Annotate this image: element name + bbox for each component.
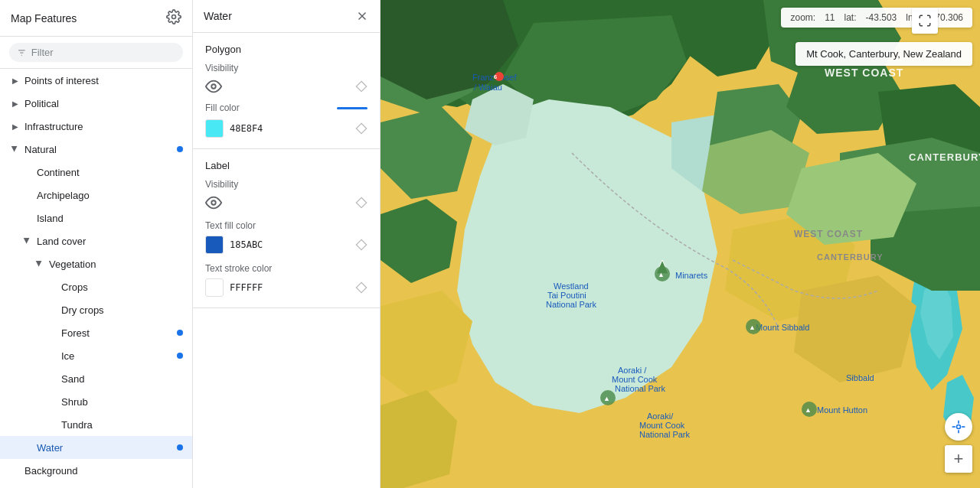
svg-text:Tai Poutini: Tai Poutini bbox=[547, 291, 586, 300]
svg-marker-12 bbox=[356, 282, 366, 292]
svg-text:CANTERBURY: CANTERBURY bbox=[817, 252, 884, 262]
svg-text:Westland: Westland bbox=[554, 281, 589, 291]
label-visibility-diamond[interactable] bbox=[355, 197, 368, 209]
fill-color-diamond[interactable] bbox=[355, 122, 368, 135]
sidebar-item-continent[interactable]: Continent bbox=[0, 161, 192, 184]
svg-marker-7 bbox=[356, 81, 366, 91]
sidebar-item-label: Infrastructure bbox=[24, 121, 183, 132]
fill-color-bar bbox=[337, 107, 368, 109]
sidebar-item-label: Political bbox=[24, 98, 183, 109]
no-arrow bbox=[46, 350, 58, 362]
svg-text:Mount Sibbald: Mount Sibbald bbox=[756, 323, 809, 332]
location-button[interactable] bbox=[945, 413, 972, 441]
polygon-visibility-diamond[interactable] bbox=[355, 80, 368, 93]
svg-text:▲: ▲ bbox=[749, 324, 756, 331]
text-stroke-label: Text stroke color bbox=[205, 263, 368, 274]
no-arrow bbox=[46, 304, 58, 316]
map-area[interactable]: WEST COAST CANTERBURY WEST COAST CANTERB… bbox=[381, 0, 980, 488]
tooltip-text: Mt Cook, Canterbury, New Zealand bbox=[806, 48, 962, 60]
sidebar-item-label: Ice bbox=[61, 350, 177, 362]
no-arrow bbox=[46, 418, 58, 431]
text-fill-diamond[interactable] bbox=[355, 239, 368, 251]
polygon-visibility-eye[interactable] bbox=[205, 78, 222, 95]
sidebar-item-label: Shrub bbox=[61, 396, 183, 408]
no-arrow bbox=[21, 189, 34, 201]
sidebar-item-island[interactable]: Island bbox=[0, 207, 192, 229]
modified-dot bbox=[177, 146, 183, 152]
sidebar-item-land-cover[interactable]: ▶Land cover bbox=[0, 229, 192, 252]
label-visibility-row bbox=[205, 194, 368, 211]
svg-text:Sibbald: Sibbald bbox=[846, 373, 874, 382]
map-expand-button[interactable] bbox=[912, 8, 938, 34]
fill-color-swatch bbox=[205, 119, 224, 138]
svg-text:CANTERBURY: CANTERBURY bbox=[909, 151, 980, 163]
sidebar-item-political[interactable]: ▶Political bbox=[0, 92, 192, 115]
sidebar-item-tundra[interactable]: Tundra bbox=[0, 413, 192, 436]
sidebar-item-water[interactable]: Water bbox=[0, 436, 192, 459]
text-stroke-diamond[interactable] bbox=[355, 281, 368, 294]
close-button[interactable] bbox=[355, 9, 369, 23]
sidebar-item-background[interactable]: Background bbox=[0, 459, 192, 482]
zoom-in-button[interactable]: + bbox=[945, 445, 972, 473]
sidebar-item-label: Background bbox=[24, 465, 183, 477]
label-visibility-label: Visibility bbox=[205, 179, 368, 190]
svg-marker-8 bbox=[356, 123, 366, 133]
sidebar-item-dry-crops[interactable]: Dry crops bbox=[0, 298, 192, 321]
svg-text:Mount Cook: Mount Cook bbox=[612, 375, 658, 384]
sidebar-item-label: Natural bbox=[24, 144, 177, 155]
sidebar-title: Map Features bbox=[11, 12, 77, 24]
svg-text:▲: ▲ bbox=[603, 395, 610, 402]
text-fill-color-row[interactable]: 185ABC bbox=[205, 236, 263, 254]
text-stroke-color-row[interactable]: FFFFFF bbox=[205, 278, 263, 297]
detail-panel: Water Polygon Visibility bbox=[193, 0, 381, 488]
svg-text:Aoraki/: Aoraki/ bbox=[647, 412, 674, 421]
modified-dot bbox=[177, 330, 183, 336]
label-title: Label bbox=[205, 160, 368, 171]
svg-text:Minarets: Minarets bbox=[675, 271, 708, 280]
gear-icon[interactable] bbox=[166, 9, 181, 27]
sidebar-item-vegetation[interactable]: ▶Vegetation bbox=[0, 252, 192, 275]
svg-text:WEST COAST: WEST COAST bbox=[825, 67, 903, 79]
zoom-label: zoom: bbox=[790, 12, 815, 23]
modified-dot bbox=[177, 353, 183, 359]
sidebar-item-forest[interactable]: Forest bbox=[0, 321, 192, 344]
map-info-bar: zoom: 11 lat: -43.503 lng: 170.306 bbox=[781, 8, 972, 28]
sidebar-item-natural[interactable]: ▶Natural bbox=[0, 138, 192, 161]
no-arrow bbox=[46, 281, 58, 293]
svg-text:Mount Cook: Mount Cook bbox=[639, 421, 685, 430]
no-arrow bbox=[21, 441, 34, 454]
sidebar-item-label: Crops bbox=[61, 281, 183, 293]
arrow-icon: ▶ bbox=[9, 97, 21, 109]
text-fill-label: Text fill color bbox=[205, 220, 368, 231]
label-visibility-eye[interactable] bbox=[205, 194, 222, 211]
sidebar-item-label: Land cover bbox=[37, 236, 183, 247]
sidebar-item-label: Continent bbox=[37, 167, 183, 178]
lat-value: -43.503 bbox=[866, 12, 897, 23]
sidebar-item-shrub[interactable]: Shrub bbox=[0, 390, 192, 413]
filter-input[interactable] bbox=[31, 47, 175, 58]
svg-text:Mount Hutton: Mount Hutton bbox=[817, 405, 867, 415]
sidebar-item-archipelago[interactable]: Archipelago bbox=[0, 184, 192, 207]
arrow-icon: ▶ bbox=[9, 74, 21, 86]
arrow-icon: ▶ bbox=[9, 143, 21, 155]
sidebar-item-crops[interactable]: Crops bbox=[0, 275, 192, 298]
map-controls: + bbox=[945, 413, 972, 473]
fill-color-row[interactable]: 48E8F4 bbox=[205, 119, 263, 138]
label-section: Label Visibility Text fill color 185ABC bbox=[193, 149, 380, 308]
sidebar-item-sand[interactable]: Sand bbox=[0, 367, 192, 390]
text-stroke-color-value: FFFFFF bbox=[230, 282, 263, 293]
sidebar-item-label: Points of interest bbox=[24, 75, 183, 86]
svg-text:WEST COAST: WEST COAST bbox=[794, 229, 863, 239]
sidebar-item-infrastructure[interactable]: ▶Infrastructure bbox=[0, 115, 192, 138]
sidebar: Map Features ▶Points of interest▶Politic… bbox=[0, 0, 193, 488]
text-fill-color-value: 185ABC bbox=[230, 239, 263, 250]
sidebar-item-ice[interactable]: Ice bbox=[0, 344, 192, 367]
detail-title: Water bbox=[204, 10, 232, 22]
no-arrow bbox=[21, 212, 34, 224]
polygon-section: Polygon Visibility Fill color bbox=[193, 33, 380, 149]
sidebar-item-label: Island bbox=[37, 213, 183, 224]
no-arrow bbox=[46, 395, 58, 408]
sidebar-item-points-of-interest[interactable]: ▶Points of interest bbox=[0, 69, 192, 92]
no-arrow bbox=[46, 373, 58, 385]
sidebar-tree: ▶Points of interest▶Political▶Infrastruc… bbox=[0, 69, 192, 488]
